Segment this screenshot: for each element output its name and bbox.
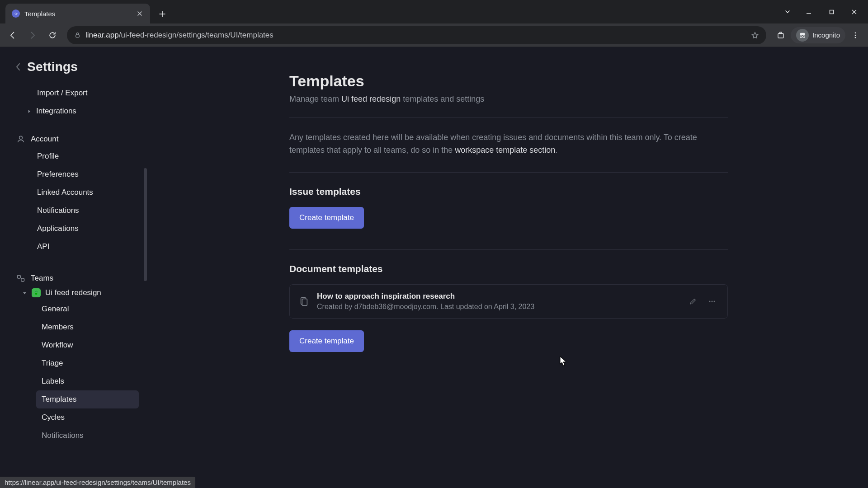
sidebar-item-general[interactable]: General: [36, 300, 139, 318]
incognito-label: Incognito: [812, 31, 840, 39]
svg-point-6: [803, 35, 805, 38]
chevron-down-icon: [22, 291, 27, 295]
svg-point-10: [19, 136, 23, 139]
sidebar-item-import-export[interactable]: Import / Export: [32, 84, 137, 102]
svg-rect-3: [778, 33, 783, 38]
window-close-button[interactable]: [844, 3, 864, 21]
browser-tab-active[interactable]: Templates: [5, 4, 150, 23]
browser-window: Templates: [0, 0, 868, 488]
section-heading: Teams: [31, 274, 53, 283]
divider: [289, 172, 728, 173]
team-name: Ui feed redesign: [45, 288, 101, 297]
svg-rect-14: [302, 299, 307, 305]
sidebar-item-labels[interactable]: Labels: [36, 372, 139, 390]
browser-urlbar[interactable]: linear.app/ui-feed-redesign/settings/tea…: [67, 26, 766, 44]
svg-point-16: [712, 300, 713, 302]
subtitle-team: Ui feed redesign: [341, 94, 401, 103]
browser-toolbar: linear.app/ui-feed-redesign/settings/tea…: [0, 23, 868, 47]
window-maximize-button[interactable]: [821, 3, 842, 21]
team-badge-icon: [32, 288, 41, 297]
svg-point-17: [714, 300, 715, 302]
url-text: linear.app/ui-feed-redesign/settings/tea…: [85, 31, 746, 40]
incognito-indicator[interactable]: Incognito: [791, 27, 845, 43]
desc-line1: Any templates created here will be avail…: [289, 133, 664, 142]
document-templates-heading: Document templates: [289, 263, 728, 274]
sidebar-item-label: Linked Accounts: [37, 188, 93, 197]
sidebar-item-members[interactable]: Members: [36, 318, 139, 336]
sidebar-item-label: Profile: [37, 152, 59, 161]
document-template-row[interactable]: How to approach inspiration research Cre…: [289, 284, 728, 319]
sidebar-item-triage[interactable]: Triage: [36, 354, 139, 372]
url-host: linear.app: [85, 31, 119, 39]
section-heading: Account: [31, 135, 58, 144]
edit-icon[interactable]: [687, 295, 699, 308]
document-template-meta: How to approach inspiration research Cre…: [317, 292, 679, 311]
sidebar-scrollbar[interactable]: [144, 168, 147, 281]
issue-templates-heading: Issue templates: [289, 186, 728, 197]
browser-tabbar: Templates: [0, 0, 868, 23]
sidebar-item-workflow[interactable]: Workflow: [36, 336, 139, 354]
back-caret-icon[interactable]: [15, 63, 21, 71]
sidebar-item-notifications[interactable]: Notifications: [32, 202, 137, 220]
doc-sub-prefix: Created by: [317, 303, 354, 310]
doc-sub-mid: . Last updated on: [436, 303, 494, 310]
document-template-title: How to approach inspiration research: [317, 292, 679, 301]
sidebar-team-row[interactable]: Ui feed redesign: [0, 286, 149, 300]
sidebar-item-api[interactable]: API: [32, 238, 137, 256]
workspace-template-link[interactable]: workspace template section: [455, 145, 555, 155]
document-template-subtitle: Created by d7bdeb36@moodjoy.com. Last up…: [317, 303, 679, 311]
sidebar-item-label: Preferences: [37, 170, 79, 179]
settings-title: Settings: [27, 60, 78, 74]
create-document-template-button[interactable]: Create template: [289, 330, 364, 352]
window-minimize-button[interactable]: [798, 3, 819, 21]
bookmark-icon[interactable]: [751, 31, 759, 39]
sidebar-item-profile[interactable]: Profile: [32, 147, 137, 165]
svg-rect-11: [18, 275, 21, 278]
svg-rect-4: [780, 32, 782, 33]
browser-forward-button[interactable]: [24, 27, 41, 43]
sidebar-item-label: Labels: [42, 377, 64, 386]
sidebar-item-cycles[interactable]: Cycles: [36, 408, 139, 427]
sidebar-item-label: API: [37, 242, 49, 251]
chevron-right-icon: [26, 109, 32, 113]
sidebar-item-preferences[interactable]: Preferences: [32, 165, 137, 183]
sidebar-top-nav: Import / Export Integrations: [0, 82, 149, 126]
svg-rect-2: [76, 35, 80, 38]
browser-menu-button[interactable]: [847, 27, 863, 43]
subtitle-post: templates and settings: [401, 94, 484, 103]
sidebar-item-team-notifications[interactable]: Notifications: [36, 427, 139, 445]
url-path: /ui-feed-redesign/settings/teams/UI/temp…: [119, 31, 274, 39]
sidebar-item-integrations[interactable]: Integrations: [21, 102, 137, 120]
document-template-actions: [687, 295, 718, 308]
create-issue-template-button[interactable]: Create template: [289, 207, 364, 229]
sidebar-item-label: Notifications: [42, 431, 84, 440]
sidebar-item-linked-accounts[interactable]: Linked Accounts: [32, 183, 137, 202]
sidebar-item-label: Applications: [37, 224, 79, 233]
document-icon: [299, 296, 309, 306]
new-tab-button[interactable]: [155, 6, 170, 22]
browser-back-button[interactable]: [5, 27, 21, 43]
svg-point-5: [800, 35, 802, 38]
page-description: Any templates created here will be avail…: [289, 131, 728, 157]
sidebar-item-templates[interactable]: Templates: [36, 390, 139, 408]
sidebar-item-label: Workflow: [42, 341, 73, 350]
svg-point-8: [855, 34, 856, 36]
lock-icon: [74, 32, 81, 38]
divider: [289, 117, 728, 118]
incognito-icon: [796, 29, 809, 42]
subtitle-pre: Manage team: [289, 94, 341, 103]
extensions-button[interactable]: [773, 27, 789, 43]
sidebar-item-label: Members: [42, 323, 74, 332]
doc-sub-email: d7bdeb36@moodjoy.com: [354, 303, 436, 310]
more-icon[interactable]: [706, 295, 718, 308]
templates-page: Templates Manage team Ui feed redesign t…: [289, 47, 728, 379]
settings-main: Templates Manage team Ui feed redesign t…: [149, 47, 868, 488]
sidebar-header: Settings: [0, 47, 149, 82]
svg-rect-1: [830, 10, 833, 14]
divider: [289, 249, 728, 250]
account-icon: [16, 135, 25, 144]
sidebar-item-applications[interactable]: Applications: [32, 220, 137, 238]
tab-search-button[interactable]: [778, 3, 797, 21]
browser-reload-button[interactable]: [44, 27, 61, 43]
tab-close-icon[interactable]: [136, 9, 144, 18]
